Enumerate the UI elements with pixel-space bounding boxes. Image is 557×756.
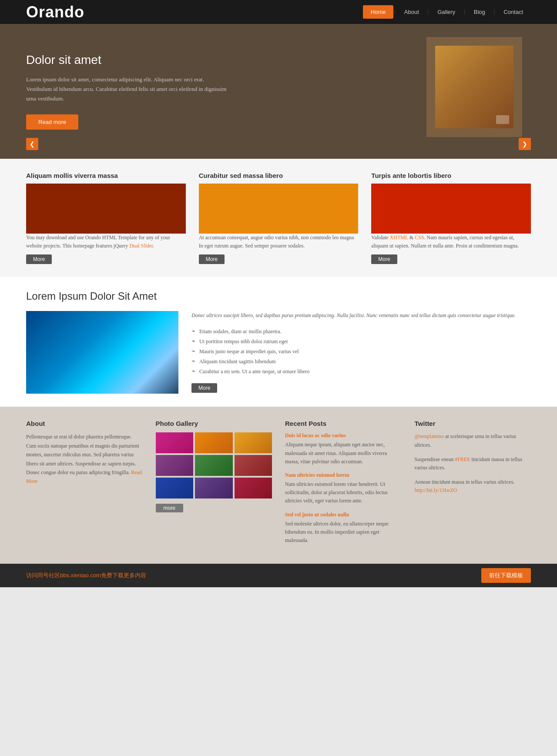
- hero-title: Dolor sit amet: [26, 53, 231, 67]
- hero-slider: Dolor sit amet Lorem ipsum dolor sit ame…: [0, 24, 557, 159]
- feature-intro: Donec ultrices suscipit libero, sed dapi…: [191, 311, 531, 320]
- feature-section: Lorem Ipsum Dolor Sit Amet Donec ultrice…: [0, 277, 557, 407]
- recent-post-3: Sed vel justo ut sodales nulla Sed moles…: [285, 512, 402, 545]
- post1-body: Aliquam neque ipsum, aliquam eget auctor…: [285, 441, 402, 466]
- gallery-thumb-7[interactable]: [156, 478, 194, 498]
- tweet2-tag[interactable]: #FREE: [455, 456, 470, 462]
- column-3: Turpis ante lobortis libero Validate XHT…: [371, 172, 531, 264]
- footer-about-body: Pellentesque ut erat id dolor pharetra p…: [26, 432, 143, 485]
- col3-xhtml-link[interactable]: XHTML: [390, 234, 408, 241]
- post2-body: Nam ultricies euismod lorem vitae hendre…: [285, 480, 402, 505]
- nav-gallery[interactable]: Gallery: [429, 5, 463, 19]
- nav-contact[interactable]: Contact: [496, 5, 531, 19]
- slider-prev-button[interactable]: ❮: [26, 138, 38, 150]
- tweet-1: @templatemo at scelerisque urna in tellu…: [415, 432, 531, 449]
- recent-post-2: Nam ultricies euismod lorem Nam ultricie…: [285, 472, 402, 505]
- nav-sep-2: |: [428, 9, 429, 15]
- tweet-2: Suspendisse enean #FREE tincidunt massa …: [415, 455, 531, 472]
- col1-link[interactable]: Dual Slider.: [129, 243, 154, 249]
- feature-title: Lorem Ipsum Dolor Sit Amet: [26, 290, 531, 302]
- col1-image: [26, 184, 186, 234]
- three-columns-section: Aliquam mollis viverra massa You may dow…: [0, 159, 557, 277]
- footer: About Pellentesque ut erat id dolor phar…: [0, 407, 557, 564]
- nav-home[interactable]: Home: [363, 5, 394, 19]
- tweet-3: Aenean tincidunt massa in tellus varius …: [415, 478, 531, 495]
- list-item-2: Ut porttitor tempus nibh dolor rutrum eg…: [191, 337, 531, 347]
- gallery-thumb-1[interactable]: [156, 432, 194, 453]
- list-item-5: Curabitur a mi sem. Ut a ante neque, ut …: [191, 367, 531, 377]
- post3-body: Sed molestie ultrices dolor, eu ullamcor…: [285, 520, 402, 545]
- footer-gallery-title: Photo Gallery: [156, 420, 272, 427]
- footer-twitter-title: Twitter: [415, 420, 531, 427]
- nav-blog[interactable]: Blog: [466, 5, 493, 19]
- recent-post-1: Duis id lacus ac odio varius Aliquam neq…: [285, 432, 402, 466]
- post2-link[interactable]: Nam ultricies euismod lorem: [285, 472, 402, 478]
- gallery-thumb-2[interactable]: [195, 432, 233, 453]
- col2-image: [199, 184, 359, 234]
- footer-twitter: Twitter @templatemo at scelerisque urna …: [415, 420, 531, 551]
- footer-posts-title: Recent Posts: [285, 420, 402, 427]
- list-item-1: Etiam sodales, diam ac mollis pharetra.: [191, 327, 531, 337]
- feature-inner: Donec ultrices suscipit libero, sed dapi…: [26, 311, 531, 394]
- col3-image: [371, 184, 531, 234]
- photo-gallery-grid: [156, 432, 272, 498]
- nav-sep-1: |: [394, 9, 395, 15]
- tweet3-link[interactable]: http://bit.ly/13IwZO: [415, 487, 457, 493]
- col3-more-button[interactable]: More: [371, 254, 397, 264]
- gallery-thumb-4[interactable]: [156, 455, 194, 476]
- nav-about[interactable]: About: [396, 5, 427, 19]
- footer-about: About Pellentesque ut erat id dolor phar…: [26, 420, 143, 551]
- col1-title: Aliquam mollis viverra massa: [26, 172, 186, 179]
- gallery-thumb-9[interactable]: [235, 478, 272, 498]
- tweet2-pre: Suspendisse enean: [415, 456, 455, 462]
- col3-title: Turpis ante lobortis libero: [371, 172, 531, 179]
- col2-title: Curabitur sed massa libero: [199, 172, 359, 179]
- gallery-thumb-3[interactable]: [235, 432, 272, 453]
- hero-content: Dolor sit amet Lorem ipsum dolor sit ame…: [26, 53, 231, 130]
- footer-recent-posts: Recent Posts Duis id lacus ac odio variu…: [285, 420, 402, 551]
- col1-body: You may download and use Orando HTML Tem…: [26, 234, 186, 250]
- bottom-text: 访问同号社区bbs.xieniao.com免费下载更多内容: [26, 572, 146, 579]
- col3-body: Validate XHTML & CSS. Nam mauris sapien,…: [371, 234, 531, 250]
- feature-image: [26, 311, 178, 394]
- feature-list: Etiam sodales, diam ac mollis pharetra. …: [191, 327, 531, 377]
- gallery-thumb-5[interactable]: [195, 455, 233, 476]
- hero-cta-button[interactable]: Read more: [26, 114, 78, 130]
- navigation: Home | About | Gallery | Blog | Contact: [363, 5, 531, 19]
- download-button[interactable]: 前往下载模板: [481, 568, 531, 583]
- bottom-bar: 访问同号社区bbs.xieniao.com免费下载更多内容 前往下载模板: [0, 564, 557, 587]
- footer-gallery: Photo Gallery more: [156, 420, 272, 551]
- feature-more-button[interactable]: More: [191, 383, 217, 393]
- col2-more-button[interactable]: More: [199, 254, 225, 264]
- hero-box-illustration: [435, 46, 513, 128]
- column-1: Aliquam mollis viverra massa You may dow…: [26, 172, 186, 264]
- post1-link[interactable]: Duis id lacus ac odio varius: [285, 432, 402, 439]
- header: Orando Home | About | Gallery | Blog | C…: [0, 0, 557, 24]
- gallery-thumb-6[interactable]: [235, 455, 272, 476]
- tweet1-handle[interactable]: @templatemo: [415, 433, 444, 439]
- column-2: Curabitur sed massa libero At accumsan c…: [199, 172, 359, 264]
- col1-more-button[interactable]: More: [26, 254, 52, 264]
- hero-image: [426, 37, 522, 137]
- footer-about-title: About: [26, 420, 143, 427]
- logo: Orando: [26, 3, 84, 21]
- hero-body: Lorem ipsum dolor sit amet, consectetur …: [26, 75, 231, 104]
- feature-text: Donec ultrices suscipit libero, sed dapi…: [191, 311, 531, 394]
- slider-next-button[interactable]: ❯: [519, 138, 531, 150]
- col3-css-link[interactable]: CSS: [415, 234, 424, 241]
- gallery-more-button[interactable]: more: [156, 504, 183, 512]
- post3-link[interactable]: Sed vel justo ut sodales nulla: [285, 512, 402, 518]
- nav-sep-3: |: [464, 9, 465, 15]
- gallery-thumb-8[interactable]: [195, 478, 233, 498]
- col2-body: At accumsan consequat, augue odio varius…: [199, 234, 359, 250]
- nav-sep-4: |: [494, 9, 495, 15]
- list-item-4: Aliquam tincidunt sagittis bibendum: [191, 357, 531, 367]
- list-item-3: Mauris justo neque at imperdiet quis, va…: [191, 347, 531, 357]
- tweet3-pre: Aenean tincidunt massa in tellus varius …: [415, 479, 515, 485]
